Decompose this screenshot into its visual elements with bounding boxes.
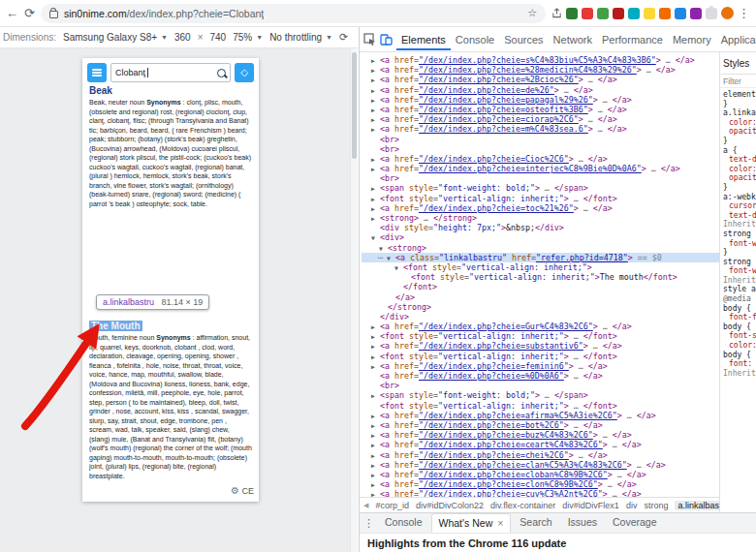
page-scrollbar[interactable] bbox=[350, 48, 358, 552]
share-icon[interactable] bbox=[551, 8, 562, 18]
elements-tree-row[interactable]: </a> bbox=[362, 292, 719, 302]
extension-icon[interactable] bbox=[690, 8, 702, 19]
style-rule-line[interactable]: a.linkalbastru { bbox=[723, 108, 756, 118]
elements-tree-row[interactable]: </div> bbox=[362, 312, 719, 322]
drawer-tab-issues[interactable]: Issues bbox=[561, 513, 604, 533]
device-toolbar-menu-icon[interactable]: ⋮ bbox=[355, 31, 358, 44]
disclosure-arrow-icon[interactable]: ▶ bbox=[371, 490, 380, 497]
style-rule-line[interactable]: opacity: bbox=[723, 127, 756, 137]
elements-tree-row[interactable]: ▶<a href="/dex/index.php?cheie=s%C4%83bi… bbox=[362, 55, 719, 65]
viewport-height-field[interactable]: 740 bbox=[210, 32, 227, 43]
elements-tree-row[interactable]: ▶<a href="/dex/index.php?cheie=%2Bcioc%2… bbox=[362, 75, 719, 84]
disclosure-arrow-icon[interactable]: ▶ bbox=[371, 125, 380, 135]
extension-icon[interactable] bbox=[644, 8, 655, 19]
elements-tree-row[interactable]: ▶<a href="/dex/index.php?cheie=substanti… bbox=[362, 341, 719, 351]
drawer-tab-search[interactable]: Search bbox=[513, 513, 558, 533]
breadcrumb-item[interactable]: div#idDivColon22 bbox=[416, 501, 484, 510]
elements-tree-row[interactable]: ▶<a href="/dex/index.php?cheie=interjec%… bbox=[362, 164, 719, 173]
style-rule-line[interactable]: } bbox=[723, 137, 756, 146]
style-rule-line[interactable]: Inherited fro bbox=[723, 220, 756, 230]
elements-tree-row[interactable]: ▶<font style="vertical-align: inherit;">… bbox=[362, 352, 719, 361]
profile-avatar[interactable] bbox=[721, 7, 734, 19]
extension-icon[interactable] bbox=[628, 8, 640, 19]
href-attribute-link[interactable]: "/dex/index.php?cheie=m%C4%83sea.6" bbox=[419, 124, 588, 134]
zoom-select[interactable]: 75% bbox=[233, 32, 252, 43]
row-menu-dots-icon[interactable]: ⋯ bbox=[378, 253, 387, 262]
elements-tree-row[interactable]: ▶<a href="/dex/index.php?cheie=afirma%C5… bbox=[362, 411, 719, 420]
device-select[interactable]: Samsung Galaxy S8+ bbox=[63, 32, 157, 43]
elements-tree-row[interactable]: ▼<font style="vertical-align: inherit;"> bbox=[362, 262, 719, 272]
style-rule-line[interactable]: body { bbox=[723, 351, 756, 360]
breadcrumb-item[interactable]: div#idDivFlex1 bbox=[562, 501, 619, 510]
style-rule-line[interactable]: strong { bbox=[723, 230, 756, 239]
browser-menu-icon[interactable]: ⋮ bbox=[738, 7, 750, 19]
href-attribute-link[interactable]: "/dex/index.php?cheie=osteofit%3B6" bbox=[419, 105, 588, 114]
hamburger-menu-button[interactable] bbox=[87, 63, 107, 82]
href-attribute-link[interactable]: "/dex/index.php?cheie=papagal%29%26" bbox=[419, 95, 593, 105]
devtools-tab-sources[interactable]: Sources bbox=[499, 29, 548, 50]
elements-tree-row[interactable]: <br> bbox=[362, 173, 719, 183]
elements-tree-row[interactable]: <br> bbox=[362, 381, 719, 390]
extension-icon[interactable] bbox=[675, 8, 686, 19]
href-attribute-link[interactable]: "/dex/index.php?cheie=s%C4%83biu%C5%A3%C… bbox=[419, 55, 656, 65]
style-rule-line[interactable]: color: bbox=[723, 341, 756, 351]
href-attribute-link[interactable]: "/dex/index.php?cheie=toc%21%26" bbox=[419, 203, 574, 213]
scrollbar-thumb[interactable] bbox=[352, 52, 357, 159]
bookmark-star-icon[interactable]: ☆ bbox=[527, 7, 537, 19]
style-rule-line[interactable]: @media scree bbox=[723, 294, 756, 304]
extensions-puzzle-icon[interactable] bbox=[706, 8, 717, 19]
drawer-tab-console[interactable]: Console bbox=[378, 513, 429, 533]
href-attribute-link[interactable]: "/dex/index.php?cheie=clan%C5%A3%C4%83%2… bbox=[419, 460, 627, 470]
href-attribute-link[interactable]: "/dex/index.php?cheie=Cioc%2C6" bbox=[419, 154, 569, 164]
elements-tree-row[interactable]: ▶<strong> … </strong> bbox=[362, 213, 719, 223]
site-logo-button[interactable]: ◇ bbox=[235, 63, 254, 82]
devtools-tab-console[interactable]: Console bbox=[451, 29, 499, 50]
elements-tree-row[interactable]: <font style="vertical-align: inherit;"> … bbox=[362, 401, 719, 411]
href-attribute-link[interactable]: "/dex/index.php?cheie=ceart%C4%83%2C6" bbox=[419, 440, 603, 449]
style-rule-line[interactable]: text-decorat bbox=[723, 211, 756, 221]
style-rule-line[interactable]: font-size: bbox=[723, 331, 756, 341]
throttling-select[interactable]: No throttling bbox=[269, 32, 322, 43]
elements-tree-row[interactable]: ▶<a href="/dex/index.php?cheie=cloban%C8… bbox=[362, 470, 719, 479]
elements-tree-row[interactable]: ▶<a href="/dex/index.php?cheie=papagal%2… bbox=[362, 95, 719, 105]
elements-tree-row[interactable]: <div style="height: 7px;">&nbsp;</div> bbox=[362, 223, 719, 232]
consent-badge[interactable]: ⚙ CE bbox=[229, 485, 254, 496]
elements-tree-row[interactable]: ▼<div> bbox=[362, 232, 719, 242]
device-toolbar-icon[interactable] bbox=[380, 33, 393, 46]
href-attribute-link[interactable]: "refer.php?id=4718" bbox=[536, 253, 628, 262]
elements-tree-row[interactable]: ▶<a href="/dex/index.php?cheie=bot%2C6">… bbox=[362, 420, 719, 430]
drawer-menu-icon[interactable]: ⋮ bbox=[363, 517, 374, 530]
extension-icon[interactable] bbox=[659, 8, 671, 19]
elements-tree-row[interactable]: </strong> bbox=[362, 302, 719, 312]
disclosure-arrow-icon[interactable]: ▶ bbox=[371, 441, 380, 450]
back-icon[interactable]: ← bbox=[6, 7, 18, 19]
reload-icon[interactable]: ⟳ bbox=[24, 7, 35, 19]
search-input[interactable]: Clobanţ bbox=[110, 63, 231, 82]
elements-tree-row[interactable]: <font style="vertical-align: inherit;">T… bbox=[362, 272, 719, 282]
breadcrumb-item[interactable]: div bbox=[626, 501, 638, 510]
devtools-tab-network[interactable]: Network bbox=[549, 29, 597, 50]
close-icon[interactable]: × bbox=[497, 517, 503, 529]
breadcrumb-item[interactable]: strong bbox=[644, 501, 668, 510]
elements-tree-row[interactable]: ▶<a href="/dex/index.php?cheie=chei%2C6"… bbox=[362, 450, 719, 460]
href-attribute-link[interactable]: "/dex/index.php?cheie=afirma%C5%A3ie%2C6… bbox=[419, 411, 617, 420]
search-icon[interactable] bbox=[217, 69, 226, 77]
href-attribute-link[interactable]: "/dex/index.php?cheie=interjec%C8%9Bie%0… bbox=[419, 164, 642, 173]
style-rule-line[interactable]: opacity: bbox=[723, 173, 756, 183]
style-rule-line[interactable]: cursor: bbox=[723, 201, 756, 211]
address-bar[interactable]: sin0nime.com/dex/index.php?cheie=Clobanţ… bbox=[41, 4, 546, 23]
padlock-icon[interactable] bbox=[49, 11, 58, 18]
style-rule-line[interactable]: color: bbox=[723, 118, 756, 128]
style-rule-line[interactable]: } bbox=[723, 100, 756, 109]
elements-tree-row[interactable]: </font> bbox=[362, 282, 719, 291]
style-rule-line[interactable]: body { bbox=[723, 304, 756, 314]
elements-tree-row[interactable]: ▶<a href="/dex/index.php?cheie=clon%C8%9… bbox=[362, 479, 719, 489]
whats-new-heading[interactable]: Highlights from the Chrome 116 update bbox=[367, 537, 566, 549]
elements-tree-row[interactable]: ▼<strong> bbox=[362, 243, 719, 253]
href-attribute-link[interactable]: "/dex/index.php?cheie=bot%2C6" bbox=[419, 420, 564, 430]
inspect-icon[interactable] bbox=[363, 33, 376, 46]
href-attribute-link[interactable]: "/dex/index.php?cheie=de%26" bbox=[419, 85, 554, 95]
elements-tree-row[interactable]: <br> bbox=[362, 135, 719, 144]
extension-icon[interactable] bbox=[613, 8, 624, 19]
style-rule-line[interactable]: font: bbox=[723, 359, 756, 369]
